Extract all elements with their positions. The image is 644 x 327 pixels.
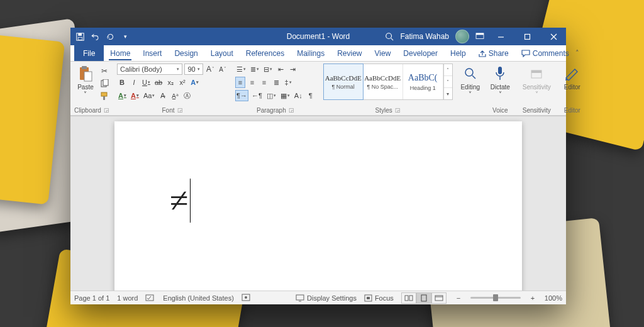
show-marks-icon[interactable]: ¶ bbox=[306, 90, 316, 101]
tab-home[interactable]: Home bbox=[104, 45, 136, 61]
spellcheck-icon[interactable] bbox=[145, 293, 155, 303]
macro-icon[interactable] bbox=[242, 294, 250, 302]
dictate-button[interactable]: Dictate˅ bbox=[488, 64, 513, 99]
ribbon-display-icon[interactable] bbox=[475, 33, 484, 40]
zoom-in-button[interactable]: + bbox=[528, 294, 537, 302]
print-layout-button[interactable] bbox=[416, 292, 431, 304]
minimize-button[interactable] bbox=[491, 28, 511, 45]
maximize-button[interactable] bbox=[517, 28, 537, 45]
shrink-font-icon[interactable]: A˅ bbox=[218, 64, 228, 75]
bold-button[interactable]: B bbox=[117, 77, 127, 88]
line-spacing-icon[interactable]: ‡▾ bbox=[283, 77, 293, 88]
zoom-thumb[interactable] bbox=[493, 294, 498, 301]
cut-icon[interactable]: ✂ bbox=[99, 66, 109, 76]
justify-icon[interactable]: ≣ bbox=[271, 77, 281, 88]
align-left-icon[interactable]: ≡ bbox=[235, 77, 245, 88]
document-content[interactable]: ≠ bbox=[170, 178, 191, 223]
strike-button[interactable]: ab bbox=[153, 77, 164, 88]
enclose-icon[interactable]: Ⓐ bbox=[182, 90, 192, 101]
chevron-up-icon[interactable]: ˄ bbox=[444, 64, 452, 76]
svg-rect-2 bbox=[78, 37, 82, 40]
editing-button[interactable]: Editing˅ bbox=[458, 64, 482, 99]
svg-rect-6 bbox=[476, 33, 484, 35]
style-gallery-more[interactable]: ˄ ˅ ▾ bbox=[443, 64, 452, 99]
font-color-icon[interactable]: A▾ bbox=[130, 90, 140, 101]
tab-help[interactable]: Help bbox=[444, 45, 472, 61]
qat-customize-icon[interactable]: ▾ bbox=[121, 32, 130, 41]
char-border-icon[interactable]: A̲ᵃ bbox=[170, 90, 180, 101]
align-right-icon[interactable]: ≡ bbox=[259, 77, 269, 88]
read-mode-button[interactable] bbox=[401, 292, 416, 304]
zoom-slider[interactable] bbox=[470, 297, 521, 299]
font-launcher-icon[interactable]: ◲ bbox=[177, 107, 183, 113]
redo-icon[interactable] bbox=[106, 32, 114, 41]
tab-insert[interactable]: Insert bbox=[136, 45, 168, 61]
tab-references[interactable]: References bbox=[240, 45, 291, 61]
bullets-icon[interactable]: ☰▾ bbox=[235, 64, 247, 75]
share-button[interactable]: Share bbox=[472, 45, 515, 61]
status-page[interactable]: Page 1 of 1 bbox=[74, 294, 109, 302]
subscript-button[interactable]: x₂ bbox=[165, 77, 175, 88]
style-no-spacing[interactable]: AaBbCcDdE ¶ No Spac... bbox=[363, 64, 403, 99]
highlight-icon[interactable]: A▾ bbox=[117, 90, 128, 101]
undo-icon[interactable] bbox=[91, 32, 99, 41]
text-cursor bbox=[190, 179, 191, 223]
font-size-combo[interactable]: 90▾ bbox=[184, 64, 203, 75]
clear-format-icon[interactable]: A̶ bbox=[158, 90, 168, 101]
chevron-down-icon[interactable]: ˅ bbox=[444, 76, 452, 88]
comments-button[interactable]: Comments bbox=[515, 45, 575, 61]
search-icon[interactable] bbox=[385, 32, 394, 41]
status-word-count[interactable]: 1 word bbox=[117, 294, 138, 302]
sort-icon[interactable]: A↓ bbox=[293, 90, 304, 101]
display-settings-button[interactable]: Display Settings bbox=[296, 294, 357, 302]
sensitivity-button[interactable]: Sensitivity˅ bbox=[520, 64, 553, 99]
collapse-ribbon-button[interactable]: ˄ bbox=[575, 45, 579, 61]
editor-button[interactable]: Editor bbox=[561, 64, 584, 92]
comment-icon bbox=[521, 50, 530, 57]
change-case-icon[interactable]: Aa▾ bbox=[142, 90, 156, 101]
styles-launcher-icon[interactable]: ◲ bbox=[395, 107, 401, 113]
tab-developer[interactable]: Developer bbox=[397, 45, 444, 61]
paragraph-launcher-icon[interactable]: ◲ bbox=[289, 107, 294, 113]
avatar[interactable] bbox=[455, 30, 469, 43]
zoom-out-button[interactable]: − bbox=[454, 294, 463, 302]
save-icon[interactable] bbox=[75, 32, 84, 41]
focus-button[interactable]: Focus bbox=[364, 294, 394, 302]
page[interactable]: ≠ bbox=[114, 121, 522, 291]
increase-indent-icon[interactable]: ⇥ bbox=[287, 64, 297, 75]
tab-design[interactable]: Design bbox=[168, 45, 204, 61]
style-normal[interactable]: AaBbCcDdE ¶ Normal bbox=[323, 64, 364, 100]
style-heading1[interactable]: AaBbC( Heading 1 bbox=[403, 64, 443, 99]
underline-button[interactable]: U▾ bbox=[141, 77, 152, 88]
superscript-button[interactable]: x² bbox=[177, 77, 187, 88]
rtl-icon[interactable]: ←¶ bbox=[250, 90, 264, 101]
tab-file[interactable]: File bbox=[74, 45, 104, 61]
shading-icon[interactable]: ◫▾ bbox=[265, 90, 277, 101]
align-center-icon[interactable]: ≡ bbox=[247, 77, 257, 88]
text-effects-icon[interactable]: A▾ bbox=[189, 77, 200, 88]
decrease-indent-icon[interactable]: ⇤ bbox=[275, 64, 286, 75]
tab-view[interactable]: View bbox=[369, 45, 397, 61]
tab-layout[interactable]: Layout bbox=[204, 45, 240, 61]
paste-button[interactable]: Paste˅ bbox=[74, 64, 97, 99]
grow-font-icon[interactable]: A˄ bbox=[205, 64, 216, 75]
user-name[interactable]: Fatima Wahab bbox=[400, 32, 449, 41]
tab-review[interactable]: Review bbox=[331, 45, 368, 61]
style-gallery[interactable]: AaBbCcDdE ¶ Normal AaBbCcDdE ¶ No Spac..… bbox=[323, 64, 453, 100]
ltr-icon[interactable]: ¶→ bbox=[235, 90, 248, 101]
borders-icon[interactable]: ▦▾ bbox=[279, 90, 291, 101]
multilevel-icon[interactable]: ⊟▾ bbox=[262, 64, 274, 75]
numbering-icon[interactable]: ≣▾ bbox=[249, 64, 260, 75]
format-painter-icon[interactable] bbox=[99, 91, 109, 101]
copy-icon[interactable] bbox=[99, 79, 109, 89]
font-name-combo[interactable]: Calibri (Body)▾ bbox=[117, 64, 182, 75]
zoom-value[interactable]: 100% bbox=[545, 294, 562, 302]
web-layout-button[interactable] bbox=[431, 292, 447, 304]
document-area[interactable]: ≠ bbox=[70, 116, 566, 291]
clipboard-launcher-icon[interactable]: ◲ bbox=[104, 107, 109, 113]
close-button[interactable] bbox=[543, 28, 564, 45]
italic-button[interactable]: I bbox=[129, 77, 139, 88]
tab-mailings[interactable]: Mailings bbox=[291, 45, 331, 61]
status-language[interactable]: English (United States) bbox=[163, 294, 234, 302]
more-styles-icon[interactable]: ▾ bbox=[444, 88, 452, 99]
